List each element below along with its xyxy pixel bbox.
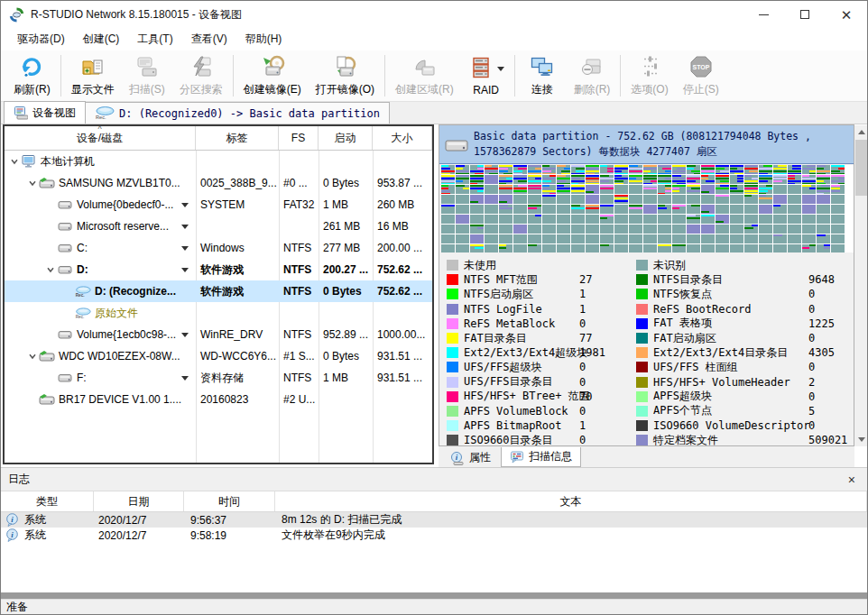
tree-row[interactable]: F:资料存储NTFS1 MB931.51 ... <box>5 367 432 389</box>
tree-row[interactable]: WDC WD10EZEX-08W...WD-WCC6Y6...#1 S...0 … <box>5 345 432 367</box>
map-stripe <box>441 168 450 170</box>
log-column-header-2[interactable]: 日期 <box>94 491 184 511</box>
column-header-2[interactable]: 标签 <box>196 126 279 150</box>
volume-dropdown-arrow-icon[interactable] <box>181 333 189 337</box>
volume-dropdown-arrow-icon[interactable] <box>181 268 189 272</box>
scroll-up-button[interactable] <box>854 125 868 139</box>
tree-expander-icon[interactable] <box>26 179 39 188</box>
toolbar-button-refresh[interactable]: 刷新(R) <box>6 52 58 99</box>
toolbar-button-open-image[interactable]: 打开镜像(O) <box>309 52 382 99</box>
legend-label: NTFS LogFile <box>464 303 579 316</box>
log-column-header-1[interactable]: 类型 <box>1 491 94 511</box>
log-row[interactable]: i系统2020/12/79:56:378m 12s 的 D: 扫描已完成 <box>1 512 867 528</box>
map-stripe <box>441 190 450 192</box>
map-block <box>788 215 801 224</box>
tree-row[interactable]: Rec.原始文件 <box>5 302 432 324</box>
start-cell: 1 MB <box>319 367 373 389</box>
tree-expander-icon[interactable] <box>44 265 57 274</box>
map-block <box>614 215 628 224</box>
toolbar-button-connect[interactable]: 连接 <box>518 52 567 99</box>
legend-label: NTFS恢复点 <box>653 287 808 302</box>
column-header-3[interactable]: FS <box>279 126 319 150</box>
map-stripe <box>802 175 809 177</box>
map-block <box>513 215 527 224</box>
map-block <box>831 225 845 234</box>
toolbar-button-raid[interactable]: RAID <box>461 52 512 99</box>
tree-row[interactable]: 本地计算机 <box>5 151 432 172</box>
tree-row[interactable]: Volume{0bedecf0-...SYSTEMFAT321 MB260 MB <box>5 194 432 216</box>
view-tab-1[interactable]: 设备视图 <box>4 101 86 124</box>
map-stripe <box>773 180 782 182</box>
map-block <box>629 234 642 243</box>
start-cell: 0 Bytes <box>319 280 373 302</box>
volume-dropdown-arrow-icon[interactable] <box>181 246 189 251</box>
map-stripe <box>614 200 628 202</box>
column-header-4[interactable]: 启动 <box>319 126 373 150</box>
view-tab-bar: 设备视图Rec.D: (Recognized0) -> Basic data p… <box>1 102 867 124</box>
map-block <box>600 175 614 184</box>
map-stripe <box>499 205 508 207</box>
menu-item-5[interactable]: 帮助(H) <box>236 29 291 50</box>
map-block <box>687 244 700 252</box>
partition-tab-1[interactable]: i属性 <box>442 448 499 467</box>
log-row[interactable]: i系统2020/12/79:58:19文件枚举在9秒内完成 <box>1 528 867 543</box>
view-tab-2[interactable]: Rec.D: (Recognized0) -> Basic data parti… <box>85 102 390 124</box>
volume-dropdown-arrow-icon[interactable] <box>181 203 189 207</box>
partition-tab-2[interactable]: 扫描信息 <box>501 447 581 467</box>
toolbar-button-options: 选项(O) <box>623 52 675 99</box>
close-button[interactable]: ✕ <box>826 1 867 28</box>
map-stripe <box>600 205 614 207</box>
map-stripe <box>687 165 696 167</box>
partition-header-text: Basic data partition - 752.62 GB (808121… <box>474 129 848 159</box>
right-panel-scrollbar[interactable] <box>854 125 868 446</box>
volume-dropdown-arrow-icon[interactable] <box>181 376 189 381</box>
menu-item-4[interactable]: 查看(V) <box>182 29 236 50</box>
column-header-1[interactable]: 设备/磁盘^ <box>5 126 196 150</box>
tree-expander-icon[interactable] <box>8 157 21 166</box>
map-block <box>456 165 469 174</box>
legend-label: APFS BitmapRoot <box>464 419 579 432</box>
legend-color-swatch <box>447 318 458 329</box>
tree-expander-icon[interactable] <box>26 352 39 361</box>
scroll-down-button[interactable] <box>854 433 868 446</box>
legend-count: 2 <box>808 376 815 389</box>
map-block <box>600 205 614 214</box>
menu-item-1[interactable]: 驱动器(D) <box>8 29 74 50</box>
map-block <box>629 215 642 224</box>
tree-row[interactable]: Microsoft reserve...261 MB16 MB <box>5 216 432 237</box>
map-block <box>701 165 715 174</box>
tree-row[interactable]: Rec.D: (Recognize...软件游戏NTFS0 Bytes752.6… <box>5 280 432 302</box>
minimize-icon <box>759 14 769 15</box>
column-header-5[interactable]: 大小 <box>373 126 432 150</box>
toolbar-button-create-image[interactable]: 创建镜像(E) <box>236 52 309 99</box>
map-stripe <box>600 180 609 182</box>
map-stripe <box>513 175 527 177</box>
minimize-button[interactable] <box>743 1 784 28</box>
tree-row[interactable]: Volume{1ecb0c98-...WinRE_DRVNTFS952.89 .… <box>5 324 432 345</box>
menu-item-2[interactable]: 创建(C) <box>74 29 129 50</box>
map-block <box>831 195 845 204</box>
map-stripe <box>549 175 557 177</box>
tree-row[interactable]: BR17 DEVICE V1.00 1....20160823#2 U... <box>5 389 432 410</box>
map-stripe <box>809 244 817 246</box>
map-block <box>788 175 801 184</box>
tree-row[interactable]: SAMSUNG MZVLB1T0...0025_388B_9...#0 ...0… <box>5 172 432 194</box>
bottom-splitter[interactable] <box>1 592 867 599</box>
maximize-button[interactable] <box>784 1 826 28</box>
log-close-button[interactable]: × <box>844 473 860 487</box>
dropdown-arrow-icon[interactable] <box>497 67 504 71</box>
map-stripe <box>672 180 686 182</box>
log-table-header: 类型日期时间文本 <box>1 491 867 512</box>
map-stripe <box>759 180 768 182</box>
log-column-header-4[interactable]: 文本 <box>275 491 867 511</box>
volume-dropdown-arrow-icon[interactable] <box>181 225 189 229</box>
log-column-header-3[interactable]: 时间 <box>184 491 275 511</box>
tree-row[interactable]: C:WindowsNTFS277 MB200.00 ... <box>5 237 432 259</box>
tree-row[interactable]: D:软件游戏NTFS200.27 ...752.62 ... <box>5 259 432 280</box>
map-stripe <box>441 175 455 177</box>
menu-item-3[interactable]: 工具(T) <box>128 29 181 50</box>
legend-count: 0 <box>808 390 815 403</box>
toolbar-button-show-files[interactable]: 显示文件 <box>64 52 122 99</box>
map-block <box>817 175 830 184</box>
scrollbar-thumb[interactable] <box>855 140 867 196</box>
